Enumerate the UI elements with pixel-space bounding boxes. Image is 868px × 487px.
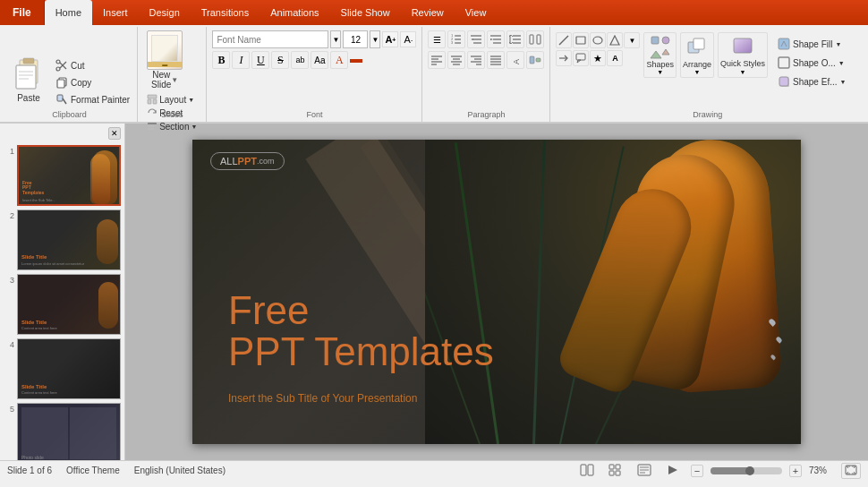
shapes-button[interactable]: Shapes ▼ <box>643 32 677 78</box>
align-center-button[interactable] <box>447 51 465 69</box>
layout-label: Layout <box>159 95 186 105</box>
tab-insert[interactable]: Insert <box>92 0 139 25</box>
paste-button[interactable]: Paste <box>5 51 52 107</box>
section-dropdown-icon[interactable]: ▼ <box>191 124 198 130</box>
slideshow-button[interactable] <box>662 462 684 480</box>
shape-effects-dropdown[interactable]: ▼ <box>840 79 847 85</box>
shape-triangle-button[interactable] <box>607 32 623 48</box>
file-tab[interactable]: File <box>0 0 45 25</box>
tab-transitions[interactable]: Transitions <box>191 0 260 25</box>
shape-outline-label: Shape O... <box>793 58 836 68</box>
line-spacing-button[interactable] <box>506 30 524 48</box>
shape-effects-button[interactable]: Shape Ef... ▼ <box>775 73 848 90</box>
case-button[interactable]: Aa <box>311 51 328 69</box>
layout-button[interactable]: Layout ▼ <box>145 93 199 106</box>
shape-textbox-button[interactable]: A <box>607 50 623 66</box>
tab-design[interactable]: Design <box>139 0 191 25</box>
shapes-dropdown[interactable]: ▼ <box>657 69 663 75</box>
layout-dropdown-icon[interactable]: ▼ <box>188 97 194 103</box>
shadow-button[interactable]: ab <box>291 51 309 69</box>
shape-callout-button[interactable] <box>573 50 589 66</box>
font-size-input[interactable] <box>343 30 368 48</box>
panel-collapse-button[interactable]: ✕ <box>108 127 121 140</box>
justify-button[interactable] <box>487 51 505 69</box>
italic-button[interactable]: I <box>232 51 250 69</box>
zoom-slider-track[interactable] <box>711 467 782 474</box>
zoom-decrease-button[interactable]: − <box>691 465 703 477</box>
shape-rect-button[interactable] <box>573 32 589 48</box>
slide-thumb-4[interactable]: 4 Slide Title Content area text here <box>4 338 121 399</box>
arrange-dropdown[interactable]: ▼ <box>694 69 701 75</box>
format-painter-button[interactable]: Format Painter <box>52 91 133 107</box>
reading-view-button[interactable] <box>634 462 655 480</box>
scissors-icon <box>55 59 68 72</box>
shape-more-button[interactable]: ▼ <box>624 32 640 48</box>
numbered-list-button[interactable]: 123 <box>447 30 465 48</box>
increase-indent-button[interactable] <box>487 30 505 48</box>
shape-line-button[interactable] <box>556 32 572 48</box>
slide-image-5: Photo slide <box>17 403 121 460</box>
smart-art-button[interactable] <box>526 51 544 69</box>
new-slide-label: NewSlide <box>151 70 171 90</box>
slide-thumb-3[interactable]: 3 Slide Title Content area text here <box>4 274 121 335</box>
svg-line-13 <box>63 98 66 104</box>
slide-subtitle[interactable]: Insert the Sub Title of Your Presentatio… <box>228 392 417 405</box>
fit-slide-button[interactable] <box>841 463 861 479</box>
slide-sorter-button[interactable] <box>605 462 626 480</box>
tab-home[interactable]: Home <box>45 0 92 25</box>
copy-button[interactable]: Copy <box>52 74 133 90</box>
shape-fill-button[interactable]: Shape Fill ▼ <box>775 36 848 52</box>
cut-button[interactable]: Cut <box>52 57 133 73</box>
font-name-input[interactable] <box>212 30 328 48</box>
font-decrease-button[interactable]: A- <box>400 31 416 47</box>
shape-outline-button[interactable]: Shape O... ▼ <box>775 55 848 71</box>
slide-canvas[interactable]: ALLPPT.com Free PPT Templates Insert the… <box>192 140 801 444</box>
font-increase-button[interactable]: A+ <box>382 31 398 47</box>
new-slide-button[interactable]: ▬ NewSlide ▼ <box>145 29 184 91</box>
zoom-slider-thumb[interactable] <box>745 466 754 475</box>
tab-animations[interactable]: Animations <box>260 0 329 25</box>
slide-thumb-2[interactable]: 2 Slide Title Lorem ipsum dolor sit amet… <box>4 209 121 270</box>
status-right: − + 73% <box>576 462 861 480</box>
quick-styles-dropdown[interactable]: ▼ <box>740 69 746 75</box>
font-size-expand[interactable]: ▼ <box>370 30 380 48</box>
slide-thumb-5[interactable]: 5 Photo slide <box>4 403 121 460</box>
new-slide-dropdown-icon[interactable]: ▼ <box>171 76 178 84</box>
shape-fill-dropdown[interactable]: ▼ <box>835 41 841 47</box>
slide-image-1: FreePPTTemplates Insert the Sub Title... <box>17 145 121 206</box>
text-direction-button[interactable]: A <box>506 51 524 69</box>
columns-button[interactable] <box>526 30 544 48</box>
align-left-button[interactable] <box>428 51 446 69</box>
quick-styles-label: Quick Styles <box>720 60 765 69</box>
arrange-button[interactable]: Arrange ▼ <box>680 32 714 78</box>
decrease-indent-button[interactable] <box>467 30 485 48</box>
zoom-increase-button[interactable]: + <box>789 465 802 477</box>
title-bar: File Home Insert Design Transitions Anim… <box>0 0 868 25</box>
slide-title-area[interactable]: Free PPT Templates <box>228 290 494 372</box>
shape-arrow-button[interactable] <box>556 50 572 66</box>
shape-star-button[interactable]: ★ <box>590 50 606 66</box>
underline-button[interactable]: U <box>251 51 269 69</box>
bullets-button[interactable]: ☰ <box>428 30 446 48</box>
shape-oval-button[interactable] <box>590 32 606 48</box>
shape-outline-dropdown[interactable]: ▼ <box>838 60 845 66</box>
arrange-label: Arrange <box>683 60 711 69</box>
align-right-button[interactable] <box>467 51 485 69</box>
clear-format-button[interactable]: A <box>330 51 348 69</box>
slide-logo-all: ALL <box>220 156 238 167</box>
svg-marker-60 <box>610 36 619 45</box>
section-button[interactable]: Section ▼ <box>145 120 199 132</box>
tab-view[interactable]: View <box>455 0 498 25</box>
bold-button[interactable]: B <box>212 51 230 69</box>
tab-review[interactable]: Review <box>401 0 455 25</box>
slide-thumb-1[interactable]: 1 FreePPTTemplates Insert the Sub Title.… <box>4 145 121 206</box>
svg-marker-63 <box>577 60 581 63</box>
quick-styles-button[interactable]: Quick Styles ▼ <box>718 32 768 78</box>
normal-view-button[interactable] <box>576 462 598 480</box>
svg-rect-73 <box>779 77 788 86</box>
font-group: ▼ ▼ A+ A- B I U S ab Aa A Font <box>207 27 422 122</box>
font-name-expand[interactable]: ▼ <box>330 30 341 48</box>
new-slide-icon: ▬ <box>147 30 183 70</box>
strikethrough-button[interactable]: S <box>271 51 289 69</box>
tab-slideshow[interactable]: Slide Show <box>330 0 401 25</box>
